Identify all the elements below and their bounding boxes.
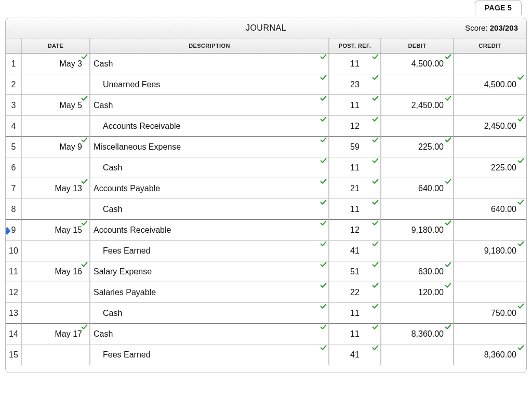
cell-debit[interactable]: 9,180.00: [381, 220, 454, 241]
cell-date[interactable]: May 3: [21, 54, 90, 74]
cell-postref[interactable]: 51: [329, 261, 381, 282]
cell-credit[interactable]: 4,500.00: [454, 74, 526, 95]
cell-date[interactable]: May 9: [21, 137, 90, 157]
cell-postref[interactable]: 11: [329, 157, 381, 178]
col-header-credit[interactable]: CREDIT: [454, 38, 526, 53]
cell-description[interactable]: Miscellaneous Expense: [90, 137, 329, 157]
col-header-postref[interactable]: POST. REF.: [329, 38, 381, 53]
cell-date[interactable]: May 5: [21, 95, 90, 116]
cell-description[interactable]: Cash: [90, 303, 329, 324]
cell-debit[interactable]: [381, 116, 454, 137]
cell-date[interactable]: May 17: [21, 324, 90, 344]
cell-date[interactable]: [21, 344, 90, 365]
cell-postref[interactable]: 11: [329, 303, 381, 324]
cell-credit[interactable]: [454, 54, 526, 74]
cell-credit[interactable]: [454, 324, 526, 344]
cell-debit[interactable]: 120.00: [381, 282, 454, 303]
row-number[interactable]: 14: [6, 324, 21, 344]
cell-credit[interactable]: [454, 178, 526, 199]
cell-postref[interactable]: 11: [329, 324, 381, 344]
cell-date[interactable]: [21, 241, 90, 261]
cell-date[interactable]: [21, 282, 90, 303]
cell-debit[interactable]: [381, 344, 454, 365]
row-number[interactable]: 2: [6, 74, 21, 95]
cell-postref[interactable]: 22: [329, 282, 381, 303]
cell-postref[interactable]: 41: [329, 344, 381, 365]
cell-postref[interactable]: 23: [329, 74, 381, 95]
cell-debit[interactable]: 4,500.00: [381, 54, 454, 74]
cell-credit[interactable]: [454, 282, 526, 303]
cell-debit[interactable]: 630.00: [381, 261, 454, 282]
cell-description[interactable]: Cash: [90, 54, 329, 74]
cell-description[interactable]: Fees Earned: [90, 344, 329, 365]
cell-debit[interactable]: 640.00: [381, 178, 454, 199]
row-number[interactable]: 12: [6, 282, 21, 303]
page-tab[interactable]: PAGE 5: [475, 0, 522, 15]
cell-debit[interactable]: [381, 199, 454, 220]
cell-postref[interactable]: 41: [329, 241, 381, 261]
row-number[interactable]: 3: [6, 95, 21, 116]
cell-credit[interactable]: 225.00: [454, 157, 526, 178]
cell-postref[interactable]: 21: [329, 178, 381, 199]
row-number[interactable]: 15: [6, 344, 21, 365]
cell-description[interactable]: Fees Earned: [90, 241, 329, 261]
cell-debit[interactable]: [381, 241, 454, 261]
score-display: Score: 203/203: [465, 23, 518, 32]
cell-description[interactable]: Cash: [90, 324, 329, 344]
row-number[interactable]: 13: [6, 303, 21, 324]
row-number[interactable]: 7: [6, 178, 21, 199]
cell-description[interactable]: Salary Expense: [90, 261, 329, 282]
table-row: 9May 15Accounts Receivable129,180.00: [6, 220, 526, 241]
row-number[interactable]: 8: [6, 199, 21, 220]
cell-date[interactable]: May 13: [21, 178, 90, 199]
cell-description[interactable]: Accounts Payable: [90, 178, 329, 199]
cell-credit[interactable]: 750.00: [454, 303, 526, 324]
cell-postref[interactable]: 11: [329, 199, 381, 220]
cell-credit[interactable]: 640.00: [454, 199, 526, 220]
cell-credit[interactable]: 2,450.00: [454, 116, 526, 137]
check-icon: [372, 157, 379, 165]
cell-description[interactable]: Cash: [90, 95, 329, 116]
cell-credit[interactable]: [454, 95, 526, 116]
cell-description[interactable]: Cash: [90, 199, 329, 220]
cell-date[interactable]: [21, 199, 90, 220]
cell-postref[interactable]: 11: [329, 95, 381, 116]
cell-description[interactable]: Salaries Payable: [90, 282, 329, 303]
row-number[interactable]: 6: [6, 157, 21, 178]
cell-date[interactable]: [21, 157, 90, 178]
row-number[interactable]: 11: [6, 261, 21, 282]
col-header-date[interactable]: DATE: [21, 38, 90, 53]
cell-date[interactable]: May 15: [21, 220, 90, 241]
cell-debit[interactable]: [381, 157, 454, 178]
cell-debit[interactable]: 2,450.00: [381, 95, 454, 116]
cell-debit[interactable]: 225.00: [381, 137, 454, 157]
cell-date[interactable]: [21, 116, 90, 137]
col-header-debit[interactable]: DEBIT: [381, 38, 454, 53]
cell-postref[interactable]: 59: [329, 137, 381, 157]
cell-debit[interactable]: [381, 74, 454, 95]
row-number[interactable]: 5: [6, 137, 21, 157]
row-sort-handle[interactable]: [5, 227, 11, 235]
cell-description[interactable]: Unearned Fees: [90, 74, 329, 95]
cell-credit[interactable]: [454, 220, 526, 241]
cell-credit[interactable]: [454, 137, 526, 157]
score-value: 203/203: [490, 23, 518, 32]
cell-date[interactable]: May 16: [21, 261, 90, 282]
row-number[interactable]: 10: [6, 241, 21, 261]
cell-credit[interactable]: 9,180.00: [454, 241, 526, 261]
cell-date[interactable]: [21, 74, 90, 95]
cell-date[interactable]: [21, 303, 90, 324]
row-number[interactable]: 4: [6, 116, 21, 137]
cell-credit[interactable]: [454, 261, 526, 282]
cell-postref[interactable]: 12: [329, 116, 381, 137]
cell-description[interactable]: Accounts Receivable: [90, 220, 329, 241]
cell-description[interactable]: Cash: [90, 157, 329, 178]
cell-debit[interactable]: [381, 303, 454, 324]
cell-credit[interactable]: 8,360.00: [454, 344, 526, 365]
row-number[interactable]: 1: [6, 54, 21, 74]
cell-postref[interactable]: 12: [329, 220, 381, 241]
cell-postref[interactable]: 11: [329, 54, 381, 74]
cell-description[interactable]: Accounts Receivable: [90, 116, 329, 137]
col-header-description[interactable]: DESCRIPTION: [90, 38, 329, 53]
cell-debit[interactable]: 8,360.00: [381, 324, 454, 344]
